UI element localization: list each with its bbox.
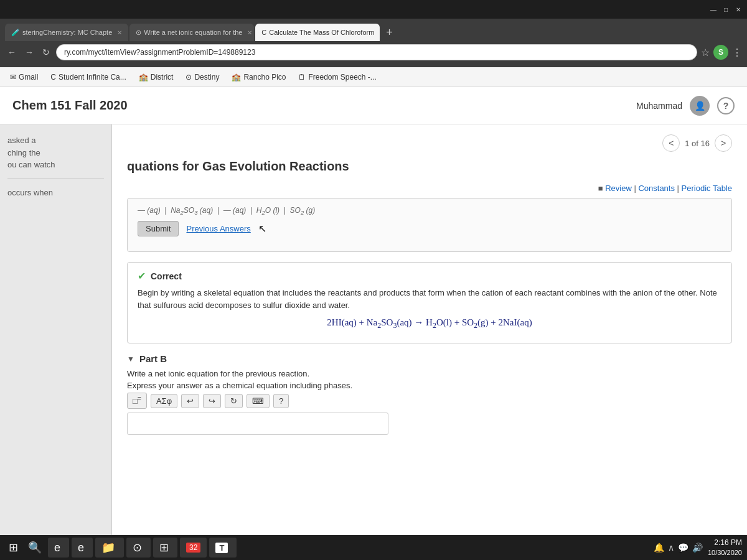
browser-menu-btn[interactable]: ⋮	[732, 47, 742, 58]
start-btn[interactable]: ⊞	[5, 539, 22, 556]
prev-answers-link[interactable]: Previous Answers	[186, 224, 250, 233]
help-math-btn[interactable]: ?	[273, 394, 289, 408]
search-btn[interactable]: 🔍	[24, 539, 45, 556]
correct-checkmark: ✔	[138, 270, 146, 282]
content-area: < 1 of 16 > quations for Gas Evolution R…	[112, 124, 747, 560]
tab-calculate-mass[interactable]: C Calculate The Mass Of Chloroform ✕	[255, 24, 380, 41]
clock-date: 10/30/2020	[708, 548, 742, 557]
tab-label-1: steringChemistry: MC Chapte	[22, 29, 112, 36]
part-b-instruction-1: Write a net ionic equation for the previ…	[127, 369, 732, 378]
math-toolbar: □= ΑΣφ ↩ ↪ ↻ ⌨ ?	[127, 393, 732, 408]
new-tab-btn[interactable]: +	[381, 24, 398, 41]
bookmark-district[interactable]: 🏫 District	[134, 71, 179, 83]
correct-label-text: Correct	[151, 271, 182, 281]
part-b-triangle-icon: ▼	[127, 355, 134, 363]
taskbar-t-btn[interactable]: T	[209, 538, 237, 558]
submit-row: Submit Previous Answers ↖	[138, 221, 721, 236]
tray-volume-icon: 🔊	[692, 543, 703, 553]
fraction-btn[interactable]: □=	[127, 393, 147, 408]
part-b-instruction-2: Express your answer as a chemical equati…	[127, 381, 732, 390]
browser-chrome: 🧪 steringChemistry: MC Chapte ✕ ⊙ Write …	[0, 19, 747, 67]
ie-icon: e	[54, 541, 60, 554]
section-title: quations for Gas Evolution Reactions	[127, 159, 732, 174]
periodic-table-link[interactable]: Periodic Table	[682, 184, 732, 193]
sidebar-divider	[7, 179, 104, 179]
cursor-icon: ↖	[258, 223, 266, 235]
taskbar-grid-btn[interactable]: ⊞	[153, 538, 177, 558]
bookmark-rancho-pico-label: Rancho Pico	[243, 73, 286, 82]
user-avatar: 👤	[690, 96, 710, 116]
rancho-pico-icon: 🏫	[232, 73, 241, 82]
main-area: asked a ching the ou can watch occurs wh…	[0, 124, 747, 560]
header-right: Muhammad 👤 ?	[636, 96, 735, 116]
math-answer-input[interactable]	[127, 413, 388, 435]
prev-page-btn[interactable]: <	[662, 134, 680, 152]
title-bar: — □ ✕	[0, 0, 747, 19]
bookmark-gmail-label: Gmail	[19, 73, 38, 82]
refresh-btn-math[interactable]: ↻	[225, 394, 243, 408]
sidebar-text-4: occurs when	[7, 187, 104, 199]
bookmark-rancho-pico[interactable]: 🏫 Rancho Pico	[227, 71, 291, 83]
tab-icon-3: C	[261, 29, 266, 36]
review-links: ■ Review | Constants | Periodic Table	[127, 184, 732, 193]
symbol-btn[interactable]: ΑΣφ	[151, 394, 177, 408]
system-tray: 🔔 ∧ 💬 🔊	[654, 543, 703, 553]
question-box: — (aq) | Na2SO3 (aq) | — (aq) | H2O (l) …	[127, 198, 732, 252]
next-page-btn[interactable]: >	[715, 134, 732, 152]
tray-expand-icon[interactable]: ∧	[668, 543, 674, 553]
redo-btn[interactable]: ↪	[203, 394, 221, 408]
correct-description: Begin by writing a skeletal equation tha…	[138, 287, 721, 311]
tab-close-3[interactable]: ✕	[379, 29, 380, 36]
taskbar-right: 🔔 ∧ 💬 🔊 2:16 PM 10/30/2020	[654, 538, 742, 557]
taskbar-folder-btn[interactable]: 📁	[95, 538, 124, 558]
profile-btn[interactable]: S	[713, 45, 728, 60]
answer-hint-text: — (aq) | Na2SO3 (aq) | — (aq) | H2O (l) …	[138, 206, 315, 216]
keyboard-btn[interactable]: ⌨	[247, 394, 270, 408]
review-link[interactable]: Review	[605, 184, 632, 193]
correct-box: ✔ Correct Begin by writing a skeletal eq…	[127, 262, 732, 343]
tab-close-1[interactable]: ✕	[117, 29, 122, 36]
submit-btn[interactable]: Submit	[138, 221, 179, 236]
tab-icon-1: 🧪	[11, 29, 20, 37]
bookmark-student-infinite-label: Student Infinite Ca...	[59, 73, 126, 82]
close-btn[interactable]: ✕	[735, 6, 742, 13]
tab-icon-2: ⊙	[136, 29, 141, 37]
minimize-btn[interactable]: —	[710, 6, 717, 13]
back-btn[interactable]: ←	[5, 46, 19, 58]
tab-close-2[interactable]: ✕	[247, 29, 252, 36]
bookmark-destiny-label: Destiny	[194, 73, 219, 82]
app-title: Chem 151 Fall 2020	[12, 98, 128, 113]
bookmark-student-infinite[interactable]: C Student Infinite Ca...	[45, 71, 131, 83]
tab-write-ionic[interactable]: ⊙ Write a net ionic equation for the ✕	[129, 24, 254, 41]
destiny-icon: ⊙	[186, 73, 192, 82]
constants-link[interactable]: Constants	[638, 184, 675, 193]
maximize-btn[interactable]: □	[722, 6, 730, 13]
sidebar-text-3: ou can watch	[7, 159, 104, 171]
bookmark-destiny[interactable]: ⊙ Destiny	[181, 71, 224, 83]
district-icon: 🏫	[139, 73, 148, 82]
app-header: Chem 151 Fall 2020 Muhammad 👤 ?	[0, 87, 747, 124]
taskbar-edge-btn[interactable]: e	[72, 538, 93, 558]
undo-btn[interactable]: ↩	[181, 394, 199, 408]
taskbar-chrome-btn[interactable]: ⊙	[126, 538, 151, 558]
taskbar: ⊞ 🔍 e e 📁 ⊙ ⊞ 32 T 🔔 ∧ 💬 🔊 2	[0, 535, 747, 560]
page-nav: < 1 of 16 >	[127, 134, 732, 152]
forward-btn[interactable]: →	[22, 46, 36, 58]
part-b: ▼ Part B Write a net ionic equation for …	[127, 353, 732, 434]
tab-mastering-chemistry[interactable]: 🧪 steringChemistry: MC Chapte ✕	[5, 24, 128, 41]
part-b-header: ▼ Part B	[127, 353, 732, 364]
refresh-btn[interactable]: ↻	[40, 46, 52, 58]
address-input[interactable]	[56, 44, 697, 60]
section-title-text: quations for Gas Evolution Reactions	[127, 159, 349, 173]
bookmark-district-label: District	[151, 73, 174, 82]
tab-label-2: Write a net ionic equation for the	[144, 29, 242, 36]
edge-icon: e	[78, 541, 84, 554]
clock-time: 2:16 PM	[708, 538, 742, 548]
sidebar-text-2: ching the	[7, 147, 104, 159]
bookmark-gmail[interactable]: ✉ Gmail	[5, 71, 43, 83]
help-btn[interactable]: ?	[717, 97, 735, 114]
bookmark-star-btn[interactable]: ☆	[701, 47, 710, 58]
taskbar-calendar-btn[interactable]: 32	[180, 538, 207, 558]
taskbar-ie-btn[interactable]: e	[48, 538, 69, 558]
bookmark-freedom-speech[interactable]: 🗒 Freedom Speech -...	[293, 71, 381, 83]
